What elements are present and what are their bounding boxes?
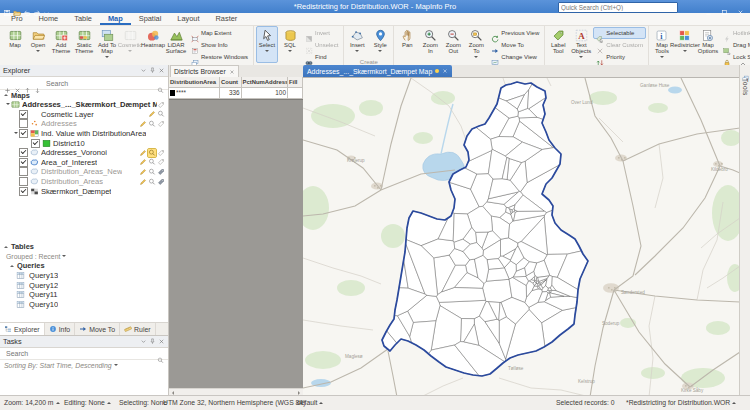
ribbon-tab-spatial[interactable]: Spatial (131, 13, 170, 25)
undo-icon[interactable] (23, 3, 31, 11)
edit-icon[interactable] (139, 178, 147, 186)
label-icon[interactable] (157, 149, 165, 157)
zoom-in-button[interactable]: Zoom In (419, 26, 441, 63)
edit-icon[interactable] (148, 110, 156, 118)
add-icon[interactable] (4, 80, 11, 87)
column-header-count[interactable]: Count (220, 77, 241, 88)
layer-visibility-checkbox[interactable] (19, 158, 28, 167)
layer-visibility-checkbox[interactable] (19, 110, 28, 119)
layer-visibility-checkbox[interactable] (19, 187, 28, 196)
previous-view-button[interactable]: Previous View (488, 27, 542, 39)
heatmap-button[interactable]: Heatmap (142, 26, 164, 63)
query-item-query12[interactable]: Query12 (0, 281, 168, 291)
close-icon[interactable] (442, 68, 448, 74)
tools-strip[interactable]: Tools (739, 65, 750, 399)
quick-search-box[interactable] (558, 2, 678, 13)
label-icon[interactable] (157, 158, 165, 166)
zoom-out-button[interactable]: Zoom Out (442, 26, 464, 63)
layer-row-area-of-interest[interactable]: Area_of_Interest (0, 158, 168, 168)
edit-icon[interactable] (139, 120, 147, 128)
panel-menu-icon[interactable] (140, 338, 147, 345)
panel-tab-ruler[interactable]: Ruler (120, 323, 155, 335)
label-icon[interactable] (157, 120, 165, 128)
select-button[interactable]: Select (256, 26, 278, 63)
layer-row-addresses[interactable]: Addresses (0, 119, 168, 129)
zoom-to-button[interactable]: Zoom To (465, 26, 487, 63)
tab-list-icon[interactable] (731, 68, 738, 75)
sql-button[interactable]: SQL (279, 26, 301, 63)
tasks-sorting[interactable]: Sorting By: Start Time, Descending (0, 360, 168, 371)
add-to-map-button[interactable]: Add To Map (96, 26, 118, 63)
edit-icon[interactable] (139, 168, 147, 176)
change-view-button[interactable]: Change View (488, 51, 542, 63)
layer-row-sk-rmkort-d-mpet[interactable]: Skærmkort_Dæmpet (0, 186, 168, 196)
status-right-1[interactable]: *Redistricting for Distribution.WOR (626, 399, 736, 406)
ribbon-tab-raster[interactable]: Raster (208, 13, 246, 25)
remove-icon[interactable] (14, 80, 21, 87)
cell-distributionarea[interactable]: **** (169, 88, 220, 99)
scroll-right-icon[interactable] (298, 391, 302, 395)
tab-districts-browser[interactable]: Districts Browser (170, 65, 239, 77)
insert-button[interactable]: Insert (346, 26, 368, 58)
ribbon-tab-table[interactable]: Table (66, 13, 100, 25)
ribbon-tab-layout[interactable]: Layout (169, 13, 207, 25)
redo-icon[interactable] (33, 3, 41, 11)
status-item-0[interactable]: Zoom: 14,200 m (4, 399, 60, 406)
minimize-button[interactable] (700, 0, 716, 11)
move-to-button[interactable]: Move To (488, 39, 542, 51)
column-header-distributionarea[interactable]: DistributionArea (169, 77, 220, 88)
scroll-left-icon[interactable] (170, 391, 174, 395)
panel-tab-move-to[interactable]: Move To (75, 323, 120, 335)
column-header-fill[interactable]: Fill (288, 77, 303, 88)
zoom-range-icon[interactable] (157, 110, 165, 118)
panel-menu-icon[interactable] (140, 67, 147, 74)
layer-row-addresses-voronoi[interactable]: Addresses_Voronoi (0, 148, 168, 158)
redistricter-button[interactable]: Redistricter (674, 26, 696, 63)
zoom-range-icon[interactable] (148, 120, 156, 128)
quick-search-input[interactable] (559, 3, 668, 11)
section-queries[interactable]: Queries (0, 261, 168, 271)
status-item-3[interactable]: UTM Zone 32, Northern Hemisphere (WGS 84… (163, 399, 305, 406)
map-options-button[interactable]: Map Options (697, 26, 719, 63)
layer-row-distribution-areas-new[interactable]: Distribution_Areas_New (0, 167, 168, 177)
lidar-surface-button[interactable]: LiDAR Surface (165, 26, 187, 63)
label-tool-button[interactable]: Label Tool (547, 26, 569, 63)
layer-visibility-checkbox[interactable] (19, 148, 28, 157)
invert-button[interactable]: Invert (302, 27, 341, 39)
layer-row-distribution-areas[interactable]: Distribution_Areas (0, 177, 168, 187)
layer-row-cosmetic-layer[interactable]: Cosmetic Layer (0, 110, 168, 120)
close-icon[interactable] (229, 69, 235, 75)
ribbon-collapse-icon[interactable] (739, 54, 747, 62)
close-icon[interactable] (158, 338, 165, 345)
section-maps[interactable]: Maps (0, 90, 168, 100)
status-item-4[interactable]: default (297, 399, 323, 406)
layer-visibility-checkbox[interactable] (19, 129, 28, 138)
pin-icon[interactable] (149, 67, 156, 74)
pin-icon[interactable] (149, 338, 156, 345)
layer-row-ind-value-with-distributionarea[interactable]: Ind. Value with DistributionArea (0, 129, 168, 139)
close-button[interactable] (732, 0, 748, 11)
grouped-by[interactable]: Grouped : Recent (0, 252, 168, 261)
ribbon-tab-map[interactable]: Map (100, 13, 131, 25)
cell-count[interactable]: 336 (220, 88, 241, 99)
show-info-button[interactable]: Show Info (188, 39, 251, 51)
tasks-search-input[interactable] (4, 348, 157, 359)
district-row[interactable]: ****336100 (169, 88, 303, 99)
clear-custom-button[interactable]: Clear Custom (593, 39, 646, 51)
edit-icon[interactable] (139, 158, 147, 166)
zoom-range-icon[interactable] (148, 158, 156, 166)
query-item-query11[interactable]: Query11 (0, 290, 168, 300)
status-right-0[interactable]: Selected records: 0 (556, 399, 615, 406)
query-item-query13[interactable]: Query13 (0, 271, 168, 281)
move-up-icon[interactable] (24, 80, 31, 87)
maximize-button[interactable] (716, 0, 732, 11)
zoom-range-icon[interactable] (148, 149, 156, 157)
tree-map-node[interactable]: Addresses_..._Skærmkort_Dæmpet Map (0, 100, 168, 110)
status-item-2[interactable]: Selecting: None (119, 399, 167, 406)
layer-visibility-checkbox[interactable] (19, 119, 28, 128)
open-button[interactable]: Open (27, 26, 49, 63)
map-extent-button[interactable]: Map Extent (188, 27, 251, 39)
close-icon[interactable] (158, 67, 165, 74)
edit-icon[interactable] (139, 149, 147, 157)
panel-tab-info[interactable]: Info (45, 323, 76, 335)
